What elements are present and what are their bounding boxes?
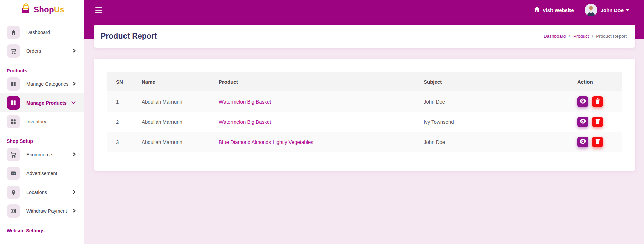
cell-subject: Ivy Townsend bbox=[419, 112, 573, 132]
breadcrumb-separator: / bbox=[592, 34, 593, 39]
eye-icon bbox=[580, 98, 586, 105]
page-title: Product Report bbox=[101, 32, 157, 41]
hamburger-icon bbox=[95, 7, 102, 8]
product-link[interactable]: Watermelon Big Basket bbox=[219, 99, 271, 105]
eye-icon bbox=[580, 139, 586, 145]
sidebar: ShopUs Dashboard Orders Products Manage … bbox=[0, 0, 84, 244]
shopping-bag-icon bbox=[19, 3, 31, 16]
sidebar-item-withdraw-payment[interactable]: Withdraw Payment bbox=[0, 202, 84, 220]
grid-icon bbox=[7, 77, 20, 91]
cell-product: Watermelon Big Basket bbox=[215, 91, 419, 112]
cell-sn: 3 bbox=[107, 132, 138, 152]
grid-icon bbox=[7, 115, 20, 128]
footer-divider bbox=[84, 195, 644, 195]
column-header-sn: SN bbox=[107, 72, 138, 91]
sidebar-item-manage-products[interactable]: Manage Products bbox=[0, 93, 84, 112]
column-header-action: Action bbox=[573, 72, 622, 91]
map-pin-icon bbox=[7, 186, 20, 199]
cell-name: Abdullah Mamunn bbox=[138, 132, 215, 152]
cart-icon bbox=[7, 148, 20, 161]
trash-icon bbox=[595, 139, 600, 145]
menu-toggle-button[interactable] bbox=[94, 6, 104, 14]
sidebar-menu: Dashboard Orders Products Manage Categor… bbox=[0, 19, 84, 233]
cell-action bbox=[573, 112, 622, 132]
product-link[interactable]: Watermelon Big Basket bbox=[219, 119, 271, 125]
sidebar-item-label: Withdraw Payment bbox=[26, 208, 67, 214]
column-header-product: Product bbox=[215, 72, 419, 91]
cell-subject: John Doe bbox=[419, 91, 573, 112]
chevron-down-icon bbox=[71, 100, 75, 104]
user-name: John Doe bbox=[601, 7, 624, 13]
page-header-card: Product Report Dashboard / Product / Pro… bbox=[94, 25, 635, 48]
column-header-name: Name bbox=[138, 72, 215, 91]
chevron-right-icon bbox=[71, 82, 75, 85]
chevron-right-icon bbox=[71, 49, 75, 52]
sidebar-item-label: Ecommerce bbox=[26, 152, 52, 157]
table-row: 1 Abdullah Mamunn Watermelon Big Basket … bbox=[107, 91, 622, 112]
product-report-table: SN Name Product Subject Action 1 Abdulla… bbox=[107, 72, 622, 152]
cell-product: Watermelon Big Basket bbox=[215, 112, 419, 132]
grid-icon bbox=[7, 96, 20, 110]
payment-card-icon bbox=[7, 204, 20, 218]
cell-sn: 2 bbox=[107, 112, 138, 132]
brand-logo[interactable]: ShopUs bbox=[0, 0, 84, 19]
table-body: 1 Abdullah Mamunn Watermelon Big Basket … bbox=[107, 91, 622, 152]
breadcrumb-link-dashboard[interactable]: Dashboard bbox=[544, 34, 566, 39]
delete-button[interactable] bbox=[592, 117, 603, 127]
svg-text:Ad: Ad bbox=[12, 172, 15, 175]
chevron-right-icon bbox=[71, 190, 75, 194]
main-area: Visit Website John Doe Product Report Da… bbox=[84, 0, 644, 244]
table-row: 2 Abdullah Mamunn Watermelon Big Basket … bbox=[107, 112, 622, 132]
breadcrumb-current: Product Report bbox=[596, 34, 627, 39]
avatar bbox=[585, 4, 597, 16]
sidebar-item-label: Advertisement bbox=[26, 171, 57, 176]
chevron-right-icon bbox=[71, 209, 75, 212]
caret-down-icon bbox=[626, 9, 629, 11]
eye-icon bbox=[580, 119, 586, 125]
delete-button[interactable] bbox=[592, 137, 603, 147]
breadcrumb-separator: / bbox=[569, 34, 570, 39]
table-row: 3 Abdullah Mamunn Blue Diamond Almonds L… bbox=[107, 132, 622, 152]
delete-button[interactable] bbox=[592, 96, 603, 107]
cell-sn: 1 bbox=[107, 91, 138, 112]
product-link[interactable]: Blue Diamond Almonds Lightly Vegetables bbox=[219, 139, 313, 145]
sidebar-item-orders[interactable]: Orders bbox=[0, 42, 84, 60]
navbar-right: Visit Website John Doe bbox=[534, 4, 634, 16]
user-menu[interactable]: John Doe bbox=[585, 4, 629, 16]
cell-action bbox=[573, 132, 622, 152]
sidebar-item-advertisement[interactable]: Ad Advertisement bbox=[0, 164, 84, 183]
sidebar-item-label: Manage Categories bbox=[26, 81, 69, 87]
table-header: SN Name Product Subject Action bbox=[107, 72, 622, 91]
trash-icon bbox=[595, 98, 600, 105]
home-icon bbox=[7, 26, 20, 39]
breadcrumb: Dashboard / Product / Product Report bbox=[544, 34, 627, 39]
sidebar-item-inventory[interactable]: Inventory bbox=[0, 112, 84, 131]
cart-icon bbox=[7, 44, 20, 58]
chevron-right-icon bbox=[71, 152, 75, 156]
sidebar-item-label: Manage Products bbox=[26, 100, 67, 106]
sidebar-item-label: Dashboard bbox=[26, 30, 50, 35]
column-header-subject: Subject bbox=[419, 72, 573, 91]
sidebar-item-manage-categories[interactable]: Manage Categories bbox=[0, 75, 84, 93]
home-icon bbox=[534, 7, 540, 13]
cell-subject: John Doe bbox=[419, 132, 573, 152]
sidebar-item-locations[interactable]: Locations bbox=[0, 183, 84, 202]
sidebar-section-products: Products bbox=[7, 68, 84, 73]
view-button[interactable] bbox=[577, 137, 588, 147]
visit-website-label: Visit Website bbox=[543, 7, 574, 13]
sidebar-item-label: Orders bbox=[26, 48, 41, 54]
sidebar-item-ecommerce[interactable]: Ecommerce bbox=[0, 145, 84, 164]
brand-name: ShopUs bbox=[34, 5, 64, 14]
view-button[interactable] bbox=[577, 117, 588, 127]
breadcrumb-link-product[interactable]: Product bbox=[573, 34, 589, 39]
cell-action bbox=[573, 91, 622, 112]
view-button[interactable] bbox=[577, 96, 588, 107]
sidebar-section-shop-setup: Shop Setup bbox=[7, 138, 84, 144]
sidebar-section-website-settings: Website Settings bbox=[7, 228, 84, 233]
visit-website-link[interactable]: Visit Website bbox=[534, 7, 574, 13]
cell-name: Abdullah Mamunn bbox=[138, 91, 215, 112]
cell-name: Abdullah Mamunn bbox=[138, 112, 215, 132]
trash-icon bbox=[595, 119, 600, 125]
cell-product: Blue Diamond Almonds Lightly Vegetables bbox=[215, 132, 419, 152]
sidebar-item-dashboard[interactable]: Dashboard bbox=[0, 23, 84, 42]
